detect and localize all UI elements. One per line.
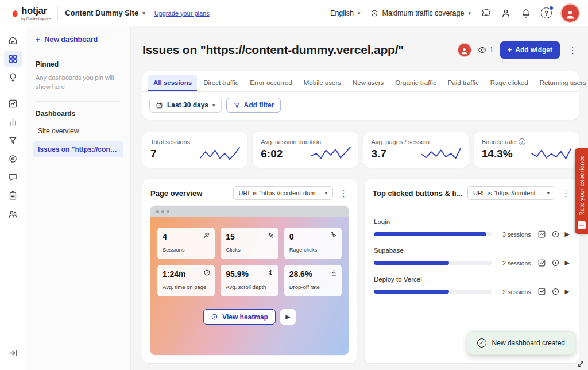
dashboards-icon[interactable] bbox=[4, 51, 22, 67]
traffic-coverage-selector[interactable]: Maximum traffic coverage ▾ bbox=[370, 9, 471, 17]
url-filter-dropdown[interactable]: URL is "https://content-... ▾ bbox=[467, 186, 555, 200]
viewer-avatar[interactable] bbox=[458, 44, 471, 56]
info-icon[interactable]: i bbox=[519, 138, 525, 145]
sidebar-item-issues-dashboard[interactable]: Issues on "https://content-dummy... bbox=[33, 141, 123, 157]
person-icon bbox=[564, 9, 576, 20]
tab-error-occurred[interactable]: Error occurred bbox=[245, 75, 297, 91]
home-icon[interactable] bbox=[4, 32, 22, 49]
rate-experience-tab[interactable]: Rate your experience bbox=[575, 148, 588, 234]
trend-icon[interactable] bbox=[537, 230, 546, 238]
add-filter-button[interactable]: Add filter bbox=[226, 98, 281, 113]
toast-message: New dashboard created bbox=[492, 339, 565, 347]
stat-avg-session-duration: Avg. session duration 6:02 bbox=[253, 132, 358, 168]
extensions-icon[interactable] bbox=[481, 8, 491, 18]
plus-icon: + bbox=[508, 46, 512, 54]
clicked-elements-list: Login 3 sessions ▶ bbox=[365, 205, 579, 296]
browser-chrome-bar bbox=[150, 206, 349, 217]
tile-avg-time: 1:24m Avg. time on page bbox=[157, 265, 215, 296]
heatmap-target-icon[interactable] bbox=[551, 259, 560, 267]
tile-label: Rage clicks bbox=[289, 246, 336, 253]
filter-row: Last 30 days ▾ Add filter bbox=[142, 92, 579, 120]
view-heatmap-button[interactable]: View heatmap bbox=[203, 309, 276, 325]
url-filter-dropdown[interactable]: URL is "https://content-dum... ▾ bbox=[233, 186, 333, 200]
language-selector[interactable]: English ▾ bbox=[330, 9, 361, 17]
list-item: Login 3 sessions ▶ bbox=[374, 218, 570, 238]
play-icon[interactable]: ▶ bbox=[565, 231, 570, 237]
hotjar-logo[interactable]: hotjar by Contentsquare bbox=[9, 6, 51, 21]
tab-direct-traffic[interactable]: Direct traffic bbox=[198, 75, 243, 91]
sparkline-chart bbox=[310, 144, 351, 163]
collapse-sidebar-icon[interactable] bbox=[4, 345, 22, 361]
tab-paid-traffic[interactable]: Paid traffic bbox=[443, 75, 484, 91]
widget-menu-icon[interactable]: ⋮ bbox=[560, 189, 572, 198]
site-name: Content Dummy Site bbox=[65, 9, 138, 17]
eye-icon bbox=[478, 45, 487, 55]
heatmap-target-icon[interactable] bbox=[551, 287, 560, 296]
element-label: Deploy to Vercel bbox=[374, 276, 570, 283]
add-filter-label: Add filter bbox=[244, 101, 274, 109]
widget-menu-icon[interactable]: ⋮ bbox=[338, 189, 350, 198]
heatmaps-icon[interactable] bbox=[4, 151, 22, 167]
tab-new-users[interactable]: New users bbox=[347, 75, 389, 91]
tile-label: Clicks bbox=[226, 246, 273, 253]
new-dashboard-button[interactable]: + New dashboard bbox=[33, 34, 123, 52]
users-icon[interactable] bbox=[4, 206, 22, 222]
dashboards-section-title: Dashboards bbox=[36, 110, 121, 118]
site-selector[interactable]: Content Dummy Site ▾ bbox=[65, 9, 145, 17]
list-item: Deploy to Vercel 2 sessions ▶ bbox=[374, 276, 570, 296]
main-content: Issues on "https://content-dummy.vercel.… bbox=[131, 26, 588, 370]
logo-subtitle: by Contentsquare bbox=[21, 17, 51, 21]
title-row: Issues on "https://content-dummy.vercel.… bbox=[142, 41, 579, 59]
trend-icon[interactable] bbox=[537, 259, 546, 267]
tab-returning-users[interactable]: Returning users bbox=[535, 75, 588, 91]
chevron-down-icon: ▾ bbox=[142, 10, 145, 16]
invite-user-icon[interactable] bbox=[501, 8, 511, 18]
sessions-bar bbox=[374, 232, 492, 236]
ideas-icon[interactable] bbox=[4, 69, 22, 86]
date-range-label: Last 30 days bbox=[167, 101, 208, 109]
date-range-selector[interactable]: Last 30 days ▾ bbox=[149, 98, 222, 113]
tile-clicks: 15 Clicks bbox=[220, 228, 278, 259]
traffic-label: Maximum traffic coverage bbox=[382, 9, 465, 17]
tab-mobile-users[interactable]: Mobile users bbox=[299, 75, 346, 91]
rate-experience-label: Rate your experience bbox=[578, 155, 585, 216]
upgrade-link[interactable]: Upgrade your plans bbox=[154, 10, 210, 17]
clock-icon bbox=[203, 269, 211, 276]
person-icon bbox=[460, 47, 469, 55]
sidebar-item-site-overview[interactable]: Site overview bbox=[33, 123, 123, 139]
sessions-bar bbox=[374, 290, 492, 294]
dashboard-menu-icon[interactable]: ⋮ bbox=[567, 46, 579, 55]
tile-label: Avg. scroll depth bbox=[226, 284, 273, 290]
help-icon[interactable]: ? bbox=[541, 7, 552, 18]
tile-value: 95.9% bbox=[226, 269, 273, 279]
pinned-section-title: Pinned bbox=[36, 60, 121, 68]
surveys-icon[interactable] bbox=[4, 187, 22, 204]
trend-icon[interactable] bbox=[537, 287, 546, 296]
play-icon[interactable]: ▶ bbox=[565, 288, 570, 295]
play-icon[interactable]: ▶ bbox=[565, 260, 570, 266]
chevron-down-icon: ▾ bbox=[212, 102, 215, 108]
chevron-down-icon: ▾ bbox=[547, 190, 550, 196]
trends-icon[interactable] bbox=[4, 95, 22, 112]
element-label: Supabase bbox=[374, 247, 570, 254]
tab-organic-traffic[interactable]: Organic traffic bbox=[390, 75, 441, 91]
chevron-down-icon: ▾ bbox=[358, 10, 361, 16]
tab-all-sessions[interactable]: All sessions bbox=[148, 75, 197, 91]
page-overview-widget: Page overview URL is "https://content-du… bbox=[142, 179, 357, 363]
metrics-icon[interactable] bbox=[4, 114, 22, 130]
play-icon: ▶ bbox=[285, 314, 290, 320]
add-widget-button[interactable]: + Add widget bbox=[500, 41, 560, 59]
play-recording-button[interactable]: ▶ bbox=[280, 309, 296, 325]
resize-handle-icon[interactable] bbox=[577, 360, 585, 368]
sessions-count: 2 sessions bbox=[498, 260, 531, 267]
user-avatar[interactable] bbox=[562, 5, 579, 22]
list-item: Supabase 2 sessions ▶ bbox=[374, 247, 570, 267]
sessions-count: 2 sessions bbox=[498, 288, 531, 295]
funnels-icon[interactable] bbox=[4, 132, 22, 149]
tab-rage-clicked[interactable]: Rage clicked bbox=[485, 75, 533, 91]
feedback-icon[interactable] bbox=[4, 169, 22, 186]
plus-icon: + bbox=[36, 36, 40, 44]
heatmap-target-icon[interactable] bbox=[551, 230, 560, 238]
notifications-icon[interactable] bbox=[521, 8, 531, 18]
url-filter-value: URL is "https://content-... bbox=[473, 190, 543, 196]
